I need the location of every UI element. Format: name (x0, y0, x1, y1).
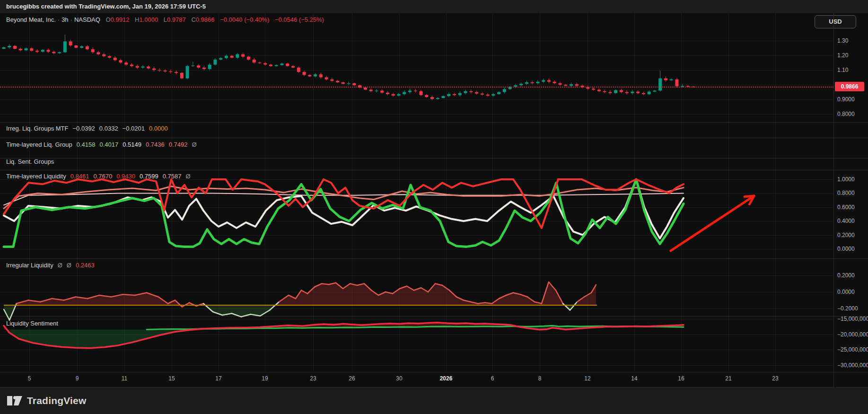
close-label: C (191, 16, 195, 23)
price-scale-label: 0.4000 (837, 217, 855, 225)
price-scale-label: 0.2000 (837, 272, 855, 279)
time-axis-label[interactable]: 2026 (440, 375, 453, 382)
high-label: H (135, 16, 139, 23)
footer-bar: TradingView (0, 387, 868, 414)
indicator-value: 0.0332 (99, 125, 118, 132)
price-scale-label: 1.30 (837, 37, 848, 44)
indicator-value: −0.0201 (123, 125, 145, 132)
extended-change-value: −0.0546 (−5.25%) (275, 16, 324, 23)
time-axis-label[interactable]: 17 (215, 375, 221, 382)
indicator-value: −0.0392 (72, 125, 95, 132)
indicator-value: Ø (186, 173, 191, 180)
indicator-value: 0.5149 (123, 141, 141, 148)
price-scale-label: 0.0000 (837, 288, 855, 296)
pane-separator (0, 372, 868, 372)
indicator-legend-liquidity-sentiment[interactable]: Liquidity Sentiment (6, 320, 58, 327)
indicator-value: 0.7492 (169, 141, 188, 148)
attribution-text: brucegibbs created with TradingView.com,… (6, 3, 206, 10)
price-scale-label: −25,000,000.00 (837, 346, 868, 353)
price-scale-label: −15,000,000.00 (837, 315, 868, 323)
indicator-legend-irreg-liq-groups-mtf[interactable]: Irreg. Liq. Groups MTF−0.03920.0332−0.02… (6, 125, 168, 132)
indicator-legend-time-layered-liquidity[interactable]: Time-layered Liquidity0.84610.76700.9430… (6, 173, 191, 180)
chart-area[interactable]: 0.9866 Beyond Meat, Inc.·3h·NASDAQ O0.99… (0, 13, 868, 387)
time-axis-label[interactable]: 30 (396, 375, 402, 382)
last-price-badge: 0.9866 (835, 82, 864, 91)
price-scale-label: −20,000,000.00 (837, 331, 868, 338)
price-scale-label: 0.8000 (837, 110, 855, 118)
indicator-title[interactable]: Liq. Sent. Groups (6, 158, 54, 165)
attribution-bar: brucegibbs created with TradingView.com,… (0, 0, 868, 13)
last-price-line (0, 87, 833, 88)
indicator-value: Ø (192, 141, 197, 148)
indicator-value: 0.4158 (77, 141, 96, 148)
irregular-liquidity-pane[interactable] (0, 258, 833, 316)
indicator-value: 0.2463 (76, 262, 95, 269)
indicator-value: 0.9430 (116, 173, 135, 180)
symbol-name[interactable]: Beyond Meat, Inc. (6, 16, 56, 23)
time-axis-label[interactable]: 23 (772, 375, 778, 382)
symbol-legend[interactable]: Beyond Meat, Inc.·3h·NASDAQ O0.9912 H1.0… (6, 16, 324, 23)
symbol-interval[interactable]: 3h (61, 16, 68, 23)
price-scale-label: 0.0000 (837, 245, 855, 253)
indicator-value: Ø (67, 262, 71, 269)
indicator-value: 0.7587 (163, 173, 182, 180)
time-axis-label[interactable]: 11 (122, 375, 127, 382)
currency-toggle-button[interactable]: USD (815, 15, 856, 28)
price-scale-label: −0.2000 (837, 305, 858, 312)
tradingview-logo[interactable]: TradingView (7, 394, 87, 408)
pane-separator (0, 122, 868, 123)
indicator-title[interactable]: Irreg. Liq. Groups MTF (6, 125, 68, 132)
time-axis-label[interactable]: 6 (491, 375, 494, 382)
change-value: −0.0040 (−0.40%) (220, 16, 269, 23)
time-axis-label[interactable]: 19 (262, 375, 268, 382)
price-scale-label: −30,000,000.00 (837, 361, 868, 369)
price-scale-label: 1.10 (837, 66, 848, 74)
price-scale-label: 0.9000 (837, 96, 855, 103)
price-scale-label: 0.8000 (837, 189, 855, 197)
pane-separator (0, 158, 868, 159)
indicator-title[interactable]: Liquidity Sentiment (6, 320, 58, 327)
low-value: 0.9787 (167, 16, 186, 23)
price-scale-label: 1.20 (837, 52, 848, 59)
indicator-value: 0.4017 (99, 141, 118, 148)
indicator-value: Ø (58, 262, 62, 269)
time-axis-label[interactable]: 15 (168, 375, 175, 382)
price-scale-label: 0.6000 (837, 203, 855, 211)
indicator-legend-liq-sent-groups[interactable]: Liq. Sent. Groups (6, 158, 54, 165)
tradingview-chart-window: brucegibbs created with TradingView.com,… (0, 0, 868, 414)
indicator-value: 0.7436 (146, 141, 165, 148)
time-axis-label[interactable]: 8 (538, 375, 542, 382)
indicator-title[interactable]: Time-layered Liquidity (6, 173, 66, 180)
price-scale-border (833, 13, 834, 387)
indicator-title[interactable]: Irregular Liquidity (6, 262, 53, 269)
price-scale-label: 0.2000 (837, 231, 855, 239)
indicator-value: 0.7599 (140, 173, 158, 180)
time-axis-label[interactable]: 12 (584, 375, 590, 382)
close-value: 0.9866 (196, 16, 215, 23)
time-axis-label[interactable]: 23 (310, 375, 316, 382)
time-axis-label[interactable]: 14 (631, 375, 637, 382)
open-value: 0.9912 (111, 16, 130, 23)
price-scale-label: 1.0000 (837, 176, 855, 183)
separator: · (56, 16, 61, 23)
indicator-legend-irregular-liquidity[interactable]: Irregular LiquidityØØ0.2463 (6, 262, 95, 269)
time-axis-label[interactable]: 5 (28, 375, 31, 382)
symbol-exchange[interactable]: NASDAQ (74, 16, 100, 23)
tradingview-logo-icon (7, 394, 23, 408)
liquidity-sentiment-pane[interactable] (0, 316, 833, 372)
open-label: O (105, 16, 110, 23)
separator: · (69, 16, 74, 23)
time-axis-label[interactable]: 21 (725, 375, 731, 382)
time-layered-liquidity-pane[interactable] (0, 170, 833, 258)
tradingview-logo-text: TradingView (27, 395, 87, 406)
indicator-value: 0.8461 (70, 173, 89, 180)
time-axis-label[interactable]: 26 (349, 375, 355, 382)
time-axis-label[interactable]: 16 (678, 375, 684, 382)
low-label: L (164, 16, 167, 23)
indicator-title[interactable]: Time-layered Liq. Group (6, 141, 72, 148)
high-value: 1.0000 (139, 16, 158, 23)
time-axis-label[interactable]: 9 (76, 375, 79, 382)
pane-separator (0, 138, 868, 138)
indicator-legend-time-layered-liq-group[interactable]: Time-layered Liq. Group0.41580.40170.514… (6, 141, 197, 148)
candlestick-pane[interactable] (0, 13, 833, 122)
